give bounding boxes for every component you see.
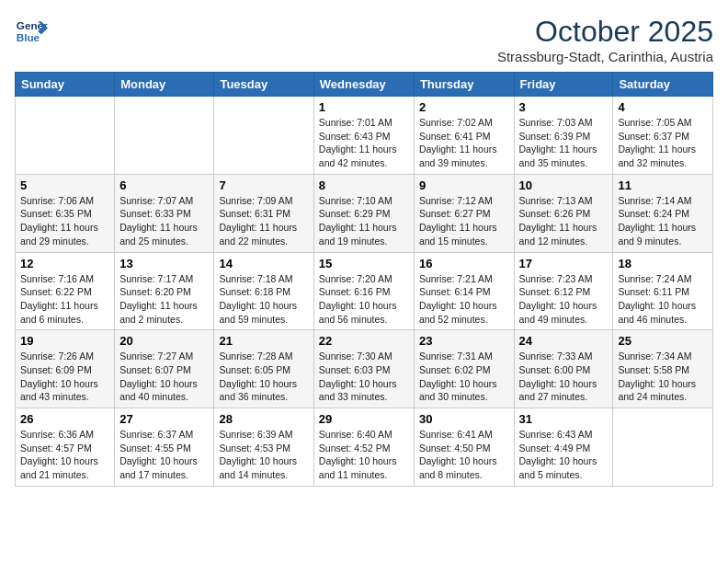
- day-number: 10: [519, 178, 609, 192]
- calendar-day-cell: 2Sunrise: 7:02 AM Sunset: 6:41 PM Daylig…: [414, 97, 514, 175]
- calendar-day-cell: 11Sunrise: 7:14 AM Sunset: 6:24 PM Dayli…: [613, 174, 713, 252]
- calendar-table: SundayMondayTuesdayWednesdayThursdayFrid…: [15, 72, 713, 487]
- day-info: Sunrise: 7:30 AM Sunset: 6:03 PM Dayligh…: [319, 350, 409, 404]
- day-info: Sunrise: 6:39 AM Sunset: 4:53 PM Dayligh…: [219, 428, 308, 482]
- day-number: 24: [519, 334, 609, 348]
- weekday-header: Friday: [514, 73, 613, 97]
- day-number: 3: [519, 100, 609, 114]
- day-number: 1: [319, 100, 409, 114]
- day-number: 4: [618, 100, 708, 114]
- calendar-day-cell: 3Sunrise: 7:03 AM Sunset: 6:39 PM Daylig…: [514, 97, 613, 175]
- calendar-day-cell: 12Sunrise: 7:16 AM Sunset: 6:22 PM Dayli…: [16, 252, 115, 330]
- calendar-day-cell: 19Sunrise: 7:26 AM Sunset: 6:09 PM Dayli…: [16, 330, 115, 408]
- calendar-day-cell: [115, 97, 214, 175]
- calendar-week-row: 12Sunrise: 7:16 AM Sunset: 6:22 PM Dayli…: [16, 252, 713, 330]
- calendar-day-cell: 13Sunrise: 7:17 AM Sunset: 6:20 PM Dayli…: [115, 252, 214, 330]
- day-info: Sunrise: 7:12 AM Sunset: 6:27 PM Dayligh…: [419, 194, 509, 248]
- calendar-week-row: 19Sunrise: 7:26 AM Sunset: 6:09 PM Dayli…: [16, 330, 713, 408]
- day-number: 22: [319, 334, 409, 348]
- day-number: 8: [319, 178, 409, 192]
- day-info: Sunrise: 6:40 AM Sunset: 4:52 PM Dayligh…: [319, 428, 409, 482]
- day-info: Sunrise: 7:02 AM Sunset: 6:41 PM Dayligh…: [419, 116, 509, 170]
- calendar-day-cell: 15Sunrise: 7:20 AM Sunset: 6:16 PM Dayli…: [313, 252, 414, 330]
- calendar-day-cell: 5Sunrise: 7:06 AM Sunset: 6:35 PM Daylig…: [16, 174, 115, 252]
- calendar-day-cell: 23Sunrise: 7:31 AM Sunset: 6:02 PM Dayli…: [414, 330, 514, 408]
- calendar-day-cell: 25Sunrise: 7:34 AM Sunset: 5:58 PM Dayli…: [613, 330, 713, 408]
- day-number: 18: [618, 257, 708, 270]
- logo: General Blue: [15, 15, 48, 48]
- day-number: 19: [20, 334, 109, 348]
- title-block: October 2025 Strassburg-Stadt, Carinthia…: [497, 15, 713, 64]
- day-info: Sunrise: 7:24 AM Sunset: 6:11 PM Dayligh…: [618, 272, 708, 327]
- calendar-day-cell: [214, 97, 313, 175]
- day-info: Sunrise: 7:01 AM Sunset: 6:43 PM Dayligh…: [319, 116, 409, 170]
- day-number: 2: [419, 100, 509, 114]
- day-info: Sunrise: 7:23 AM Sunset: 6:12 PM Dayligh…: [519, 272, 609, 327]
- page-header: General Blue October 2025 Strassburg-Sta…: [15, 15, 713, 64]
- day-info: Sunrise: 7:31 AM Sunset: 6:02 PM Dayligh…: [419, 350, 509, 404]
- day-number: 16: [419, 257, 509, 270]
- day-number: 7: [219, 178, 308, 192]
- day-info: Sunrise: 7:33 AM Sunset: 6:00 PM Dayligh…: [519, 350, 609, 404]
- calendar-day-cell: 1Sunrise: 7:01 AM Sunset: 6:43 PM Daylig…: [313, 97, 414, 175]
- day-number: 21: [219, 334, 308, 348]
- day-info: Sunrise: 7:14 AM Sunset: 6:24 PM Dayligh…: [618, 194, 708, 248]
- calendar-week-row: 1Sunrise: 7:01 AM Sunset: 6:43 PM Daylig…: [16, 97, 713, 175]
- day-info: Sunrise: 7:28 AM Sunset: 6:05 PM Dayligh…: [219, 350, 308, 404]
- day-number: 15: [319, 257, 409, 270]
- day-info: Sunrise: 7:18 AM Sunset: 6:18 PM Dayligh…: [219, 272, 308, 327]
- day-info: Sunrise: 7:26 AM Sunset: 6:09 PM Dayligh…: [20, 350, 109, 404]
- day-number: 14: [219, 257, 308, 270]
- day-number: 12: [20, 257, 109, 270]
- day-info: Sunrise: 6:41 AM Sunset: 4:50 PM Dayligh…: [419, 428, 509, 482]
- calendar-day-cell: 29Sunrise: 6:40 AM Sunset: 4:52 PM Dayli…: [313, 408, 414, 487]
- calendar-day-cell: 7Sunrise: 7:09 AM Sunset: 6:31 PM Daylig…: [214, 174, 313, 252]
- calendar-day-cell: 24Sunrise: 7:33 AM Sunset: 6:00 PM Dayli…: [514, 330, 613, 408]
- calendar-day-cell: 27Sunrise: 6:37 AM Sunset: 4:55 PM Dayli…: [115, 408, 214, 487]
- calendar-week-row: 26Sunrise: 6:36 AM Sunset: 4:57 PM Dayli…: [16, 408, 713, 487]
- day-number: 26: [20, 412, 109, 426]
- weekday-header: Monday: [115, 73, 214, 97]
- calendar-day-cell: 31Sunrise: 6:43 AM Sunset: 4:49 PM Dayli…: [514, 408, 613, 487]
- calendar-day-cell: 21Sunrise: 7:28 AM Sunset: 6:05 PM Dayli…: [214, 330, 313, 408]
- weekday-header: Sunday: [16, 73, 115, 97]
- day-info: Sunrise: 7:34 AM Sunset: 5:58 PM Dayligh…: [618, 350, 708, 404]
- calendar-day-cell: 18Sunrise: 7:24 AM Sunset: 6:11 PM Dayli…: [613, 252, 713, 330]
- day-info: Sunrise: 7:17 AM Sunset: 6:20 PM Dayligh…: [119, 272, 209, 327]
- calendar-day-cell: 8Sunrise: 7:10 AM Sunset: 6:29 PM Daylig…: [313, 174, 414, 252]
- day-number: 28: [219, 412, 308, 426]
- calendar-day-cell: 30Sunrise: 6:41 AM Sunset: 4:50 PM Dayli…: [414, 408, 514, 487]
- day-info: Sunrise: 6:43 AM Sunset: 4:49 PM Dayligh…: [519, 428, 609, 482]
- day-number: 29: [319, 412, 409, 426]
- weekday-header: Tuesday: [214, 73, 313, 97]
- day-number: 11: [618, 178, 708, 192]
- weekday-header-row: SundayMondayTuesdayWednesdayThursdayFrid…: [16, 73, 713, 97]
- day-number: 31: [519, 412, 609, 426]
- logo-icon: General Blue: [15, 15, 48, 48]
- day-number: 9: [419, 178, 509, 192]
- day-info: Sunrise: 7:16 AM Sunset: 6:22 PM Dayligh…: [20, 272, 109, 327]
- svg-text:Blue: Blue: [17, 31, 40, 43]
- calendar-day-cell: 22Sunrise: 7:30 AM Sunset: 6:03 PM Dayli…: [313, 330, 414, 408]
- calendar-day-cell: 28Sunrise: 6:39 AM Sunset: 4:53 PM Dayli…: [214, 408, 313, 487]
- day-number: 23: [419, 334, 509, 348]
- calendar-day-cell: 17Sunrise: 7:23 AM Sunset: 6:12 PM Dayli…: [514, 252, 613, 330]
- calendar-day-cell: 16Sunrise: 7:21 AM Sunset: 6:14 PM Dayli…: [414, 252, 514, 330]
- day-number: 30: [419, 412, 509, 426]
- day-number: 27: [119, 412, 209, 426]
- day-number: 13: [119, 257, 209, 270]
- day-info: Sunrise: 7:20 AM Sunset: 6:16 PM Dayligh…: [319, 272, 409, 327]
- calendar-day-cell: 10Sunrise: 7:13 AM Sunset: 6:26 PM Dayli…: [514, 174, 613, 252]
- day-info: Sunrise: 7:27 AM Sunset: 6:07 PM Dayligh…: [119, 350, 209, 404]
- calendar-day-cell: [16, 97, 115, 175]
- day-info: Sunrise: 7:21 AM Sunset: 6:14 PM Dayligh…: [419, 272, 509, 327]
- day-info: Sunrise: 6:37 AM Sunset: 4:55 PM Dayligh…: [119, 428, 209, 482]
- day-info: Sunrise: 7:07 AM Sunset: 6:33 PM Dayligh…: [119, 194, 209, 248]
- calendar-day-cell: 20Sunrise: 7:27 AM Sunset: 6:07 PM Dayli…: [115, 330, 214, 408]
- day-number: 25: [618, 334, 708, 348]
- day-number: 20: [119, 334, 209, 348]
- calendar-day-cell: 6Sunrise: 7:07 AM Sunset: 6:33 PM Daylig…: [115, 174, 214, 252]
- location-subtitle: Strassburg-Stadt, Carinthia, Austria: [497, 49, 713, 64]
- day-info: Sunrise: 7:05 AM Sunset: 6:37 PM Dayligh…: [618, 116, 708, 170]
- calendar-day-cell: 14Sunrise: 7:18 AM Sunset: 6:18 PM Dayli…: [214, 252, 313, 330]
